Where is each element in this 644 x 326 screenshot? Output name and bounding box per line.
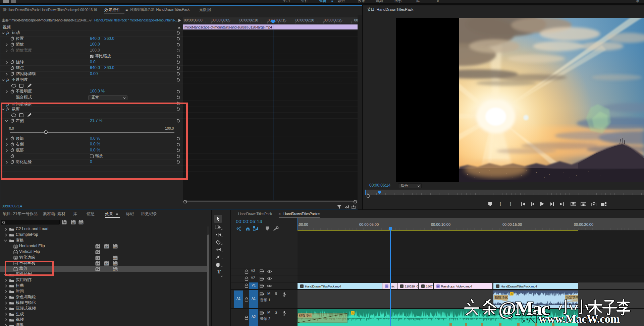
svg-text:YUV: YUV [113, 269, 117, 271]
svg-text:fx: fx [422, 285, 424, 287]
svg-text:fx: fx [352, 312, 354, 315]
svg-text:fx: fx [386, 285, 388, 287]
svg-text:YUV: YUV [113, 263, 117, 265]
svg-text:32: 32 [105, 262, 108, 265]
svg-text:YUV: YUV [113, 257, 117, 259]
svg-text:www.MacW.com: www.MacW.com [539, 312, 620, 325]
svg-text:fx: fx [301, 285, 303, 287]
svg-text:32: 32 [105, 246, 108, 249]
svg-text:fx: fx [401, 285, 403, 287]
svg-text:指数淡化: 指数淡化 [299, 314, 312, 317]
svg-text:fx: fx [437, 285, 439, 287]
svg-text:YUV: YUV [113, 246, 117, 248]
svg-text:fx: fx [497, 285, 499, 287]
